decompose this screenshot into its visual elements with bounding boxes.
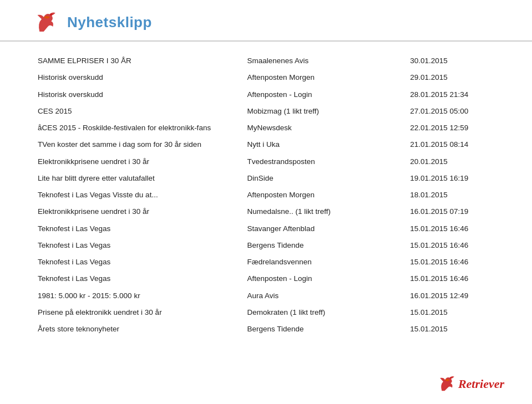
table-row: Elektronikkprisene uendret i 30 årNumeda…: [33, 203, 499, 220]
news-title-cell[interactable]: Teknofest i Las Vegas: [33, 237, 243, 254]
table-row: Teknofest i Las VegasBergens Tidende15.0…: [33, 237, 499, 254]
news-source-cell: Nytt i Uka: [243, 136, 406, 153]
news-table: SAMME ELPRISER I 30 ÅRSmaalenenes Avis30…: [33, 53, 499, 337]
table-row: CES 2015Mobizmag (1 likt treff)27.01.201…: [33, 103, 499, 120]
table-row: SAMME ELPRISER I 30 ÅRSmaalenenes Avis30…: [33, 53, 499, 69]
table-row: Teknofest i Las VegasAftenposten - Login…: [33, 270, 499, 287]
news-source-cell: Tvedestrandsposten: [243, 154, 406, 170]
news-table-container: SAMME ELPRISER I 30 ÅRSmaalenenes Avis30…: [0, 53, 532, 354]
news-title-cell[interactable]: Prisene på elektronikk uendret i 30 år: [33, 304, 243, 321]
table-row: åCES 2015 - Roskilde-festivalen for elek…: [33, 120, 499, 136]
news-date-cell: 15.01.2015: [406, 321, 499, 337]
news-date-cell: 19.01.2015 16:19: [406, 170, 499, 187]
news-source-cell: Aftenposten - Login: [243, 86, 406, 103]
news-source-cell: MyNewsdesk: [243, 120, 406, 136]
news-source-cell: Aftenposten - Login: [243, 270, 406, 287]
news-source-cell: Bergens Tidende: [243, 321, 406, 337]
news-source-cell: Demokraten (1 likt treff): [243, 304, 406, 321]
news-title-cell[interactable]: Historisk overskudd: [33, 86, 243, 103]
news-source-cell: Aura Avis: [243, 288, 406, 304]
news-date-cell: 15.01.2015 16:46: [406, 237, 499, 254]
news-title-cell[interactable]: Teknofest i Las Vegas: [33, 221, 243, 237]
news-title-cell[interactable]: Teknofest i Las Vegas: [33, 254, 243, 270]
news-source-cell: Numedalsne.. (1 likt treff): [243, 203, 406, 220]
table-row: Historisk overskuddAftenposten Morgen29.…: [33, 69, 499, 86]
news-title-cell[interactable]: TVen koster det samme i dag som for 30 å…: [33, 136, 243, 153]
news-source-cell: Stavanger Aftenblad: [243, 221, 406, 237]
news-title-cell[interactable]: CES 2015: [33, 103, 243, 120]
news-title-cell[interactable]: Teknofest i Las Vegas: [33, 270, 243, 287]
news-date-cell: 29.01.2015: [406, 69, 499, 86]
retriever-bird-icon: [438, 375, 456, 393]
news-title-cell[interactable]: SAMME ELPRISER I 30 ÅR: [33, 53, 243, 69]
table-row: Historisk overskuddAftenposten - Login28…: [33, 86, 499, 103]
news-title-cell[interactable]: Årets store teknonyheter: [33, 321, 243, 337]
table-row: Lite har blitt dyrere etter valutafallet…: [33, 170, 499, 187]
table-row: Teknofest i Las VegasStavanger Aftenblad…: [33, 221, 499, 237]
news-date-cell: 21.01.2015 08:14: [406, 136, 499, 153]
news-date-cell: 20.01.2015: [406, 154, 499, 170]
retriever-brand: Retriever: [458, 377, 504, 391]
page-container: Nyhetsklipp SAMME ELPRISER I 30 ÅRSmaale…: [0, 0, 532, 404]
news-date-cell: 16.01.2015 07:19: [406, 203, 499, 220]
footer-branding: Retriever: [438, 375, 504, 393]
svg-point-0: [50, 13, 53, 16]
news-title-cell[interactable]: Elektronikkprisene uendret i 30 år: [33, 154, 243, 170]
news-date-cell: 27.01.2015 05:00: [406, 103, 499, 120]
news-date-cell: 15.01.2015 16:46: [406, 221, 499, 237]
news-date-cell: 30.01.2015: [406, 53, 499, 69]
table-row: Elektronikkprisene uendret i 30 årTvedes…: [33, 154, 499, 170]
news-source-cell: Aftenposten Morgen: [243, 69, 406, 86]
news-source-cell: DinSide: [243, 170, 406, 187]
table-row: TVen koster det samme i dag som for 30 å…: [33, 136, 499, 153]
news-source-cell: Mobizmag (1 likt treff): [243, 103, 406, 120]
news-title-cell[interactable]: Lite har blitt dyrere etter valutafallet: [33, 170, 243, 187]
news-source-cell: Aftenposten Morgen: [243, 187, 406, 203]
news-date-cell: 15.01.2015: [406, 304, 499, 321]
svg-point-1: [450, 377, 452, 379]
table-row: Prisene på elektronikk uendret i 30 årDe…: [33, 304, 499, 321]
news-title-cell[interactable]: åCES 2015 - Roskilde-festivalen for elek…: [33, 120, 243, 136]
news-date-cell: 22.01.2015 12:59: [406, 120, 499, 136]
news-source-cell: Bergens Tidende: [243, 237, 406, 254]
news-title-cell[interactable]: Elektronikkprisene uendret i 30 år: [33, 203, 243, 220]
news-date-cell: 15.01.2015 16:46: [406, 254, 499, 270]
news-date-cell: 16.01.2015 12:49: [406, 288, 499, 304]
news-source-cell: Smaalenenes Avis: [243, 53, 406, 69]
news-title-cell[interactable]: Historisk overskudd: [33, 69, 243, 86]
page-title: Nyhetsklipp: [67, 14, 152, 31]
news-title-cell[interactable]: Teknofest i Las Vegas Visste du at...: [33, 187, 243, 203]
news-date-cell: 15.01.2015 16:46: [406, 270, 499, 287]
header: Nyhetsklipp: [0, 0, 532, 42]
news-source-cell: Fædrelandsvennen: [243, 254, 406, 270]
news-date-cell: 28.01.2015 21:34: [406, 86, 499, 103]
table-row: Årets store teknonyheterBergens Tidende1…: [33, 321, 499, 337]
news-date-cell: 18.01.2015: [406, 187, 499, 203]
table-row: 1981: 5.000 kr - 2015: 5.000 krAura Avis…: [33, 288, 499, 304]
table-row: Teknofest i Las Vegas Visste du at...Aft…: [33, 187, 499, 203]
table-row: Teknofest i Las VegasFædrelandsvennen15.…: [33, 254, 499, 270]
news-title-cell[interactable]: 1981: 5.000 kr - 2015: 5.000 kr: [33, 288, 243, 304]
logo-bird-icon: [33, 10, 58, 35]
